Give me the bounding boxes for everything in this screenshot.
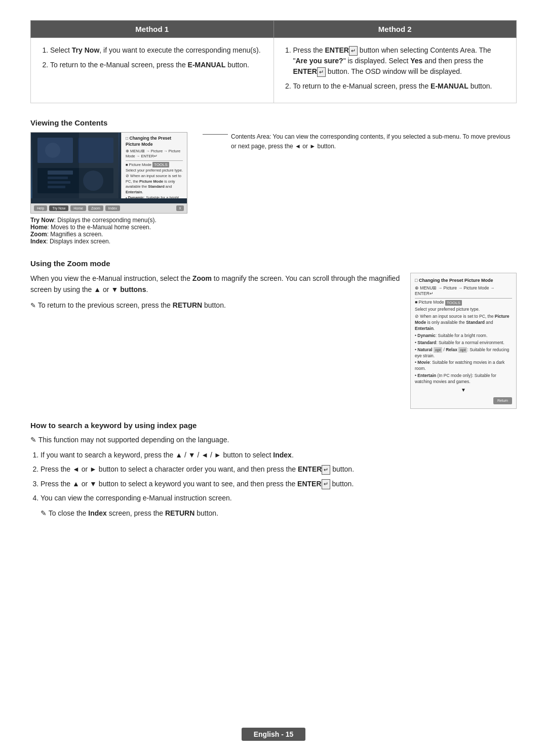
note-icon: ✎ <box>30 436 36 444</box>
zm-arrow-down: ▼ <box>415 387 512 394</box>
index-steps-list: If you want to search a keyword, press t… <box>30 449 517 504</box>
viewing-contents-body: □ Changing the Preset Picture Mode ⊕ MEN… <box>30 132 517 245</box>
contents-note-text: Contents Area: You can view the correspo… <box>231 132 517 151</box>
panel-subtitle: ■ Picture Mode TOOLS <box>126 162 183 167</box>
index-step4: You can view the corresponding e-Manual … <box>41 492 517 503</box>
connector-line <box>203 134 228 135</box>
close-button[interactable]: X <box>176 205 184 211</box>
zoom-description: When you view the e-Manual instruction, … <box>30 273 400 409</box>
footer: English - 15 <box>0 728 547 741</box>
zm-title: □ Changing the Preset Picture Mode <box>415 277 512 284</box>
screen-inner: □ Changing the Preset Picture Mode ⊕ MEN… <box>31 133 187 213</box>
svg-rect-9 <box>48 186 65 188</box>
index-step3: Press the ▲ or ▼ button to select a keyw… <box>41 478 517 489</box>
zoom-title: Using the Zoom mode <box>30 259 517 268</box>
svg-rect-2 <box>78 138 113 163</box>
screen-panel: □ Changing the Preset Picture Mode ⊕ MEN… <box>121 133 187 198</box>
method2-header: Method 2 <box>274 21 517 38</box>
connector-wrapper: Contents Area: You can view the correspo… <box>203 132 517 151</box>
screen-content-area: □ Changing the Preset Picture Mode ⊕ MEN… <box>31 133 187 203</box>
zm-tools-tag: TOOLS <box>445 300 462 306</box>
index-sub-note: ✎ To close the Index screen, press the R… <box>30 508 517 519</box>
help-button[interactable]: Help <box>34 205 47 211</box>
zm-return-button[interactable]: Return <box>493 397 512 404</box>
zm-line1: Select your preferred picture type. <box>415 307 512 313</box>
zoom-caption: Zoom: Magnifies a screen. <box>30 231 187 238</box>
zm-line2: ⊘ When an input source is set to PC, the… <box>415 314 512 332</box>
svg-point-4 <box>45 143 60 158</box>
zm-line4: • Standard: Suitable for a normal enviro… <box>415 340 512 346</box>
method2-step2: To return to the e-Manual screen, press … <box>293 81 506 92</box>
panel-divider <box>126 160 183 161</box>
zoom-mockup: □ Changing the Preset Picture Mode ⊕ MEN… <box>410 273 517 409</box>
zoom-para1: When you view the e-Manual instruction, … <box>30 273 400 296</box>
panel-title: □ Changing the Preset Picture Mode <box>126 136 183 148</box>
method1-content: Select Try Now, if you want to execute t… <box>31 38 274 103</box>
panel-menu: ⊕ MENU⊞ → Picture → Picture Mode → ENTER… <box>126 149 183 159</box>
zm-line7: • Entertain (In PC mode only): Suitable … <box>415 373 512 385</box>
index-button[interactable]: Index <box>105 205 120 211</box>
index-section: How to search a keyword by using index p… <box>30 421 517 519</box>
screen-display: □ Changing the Preset Picture Mode ⊕ MEN… <box>30 132 187 214</box>
zm-menu: ⊕ MENU⊞ → Picture → Picture Mode → ENTER… <box>415 285 512 298</box>
zm-line6: • Movie: Suitable for watching movies in… <box>415 360 512 372</box>
index-note: ✎ This function may not supported depend… <box>30 435 517 445</box>
panel-line2: ⊘ When an input source is set to PC, the… <box>126 174 183 195</box>
panel-line3: • Dynamic: Suitable for a bright room. <box>126 195 183 198</box>
zoom-section: Using the Zoom mode When you view the e-… <box>30 259 517 409</box>
index-section-title: How to search a keyword by using index p… <box>30 421 517 430</box>
zm-line3: • Dynamic: Suitable for a bright room. <box>415 333 512 339</box>
index-step2: Press the ◄ or ► button to select a char… <box>41 464 517 475</box>
screen-image <box>31 133 120 198</box>
screen-captions: Try Now: Displays the corresponding menu… <box>30 217 187 245</box>
svg-rect-7 <box>48 177 68 179</box>
sub-note-icon: ✎ <box>41 509 47 517</box>
screen-buttons-row: Help Try Now Home Zoom Index X <box>31 203 187 213</box>
svg-rect-6 <box>48 171 73 175</box>
zoom-button[interactable]: Zoom <box>88 205 103 211</box>
svg-point-5 <box>83 171 103 191</box>
zoom-note: ✎ To return to the previous screen, pres… <box>30 300 400 311</box>
footer-badge: English - 15 <box>242 728 306 741</box>
home-caption: Home: Moves to the e-Manual home screen. <box>30 224 187 231</box>
viewing-contents-title: Viewing the Contents <box>30 118 517 127</box>
tools-tag: TOOLS <box>152 162 169 167</box>
try-now-button[interactable]: Try Now <box>49 205 68 211</box>
method1-step1: Select Try Now, if you want to execute t… <box>50 45 263 56</box>
method-table: Method 1 Method 2 Select Try Now, if you… <box>30 20 517 103</box>
svg-rect-8 <box>48 181 70 184</box>
method1-step2: To return to the e-Manual screen, press … <box>50 60 263 70</box>
zoom-body: When you view the e-Manual instruction, … <box>30 273 517 409</box>
index-caption: Index: Displays index screen. <box>30 238 187 245</box>
zm-divider <box>415 298 512 299</box>
try-now-caption: Try Now: Displays the corresponding menu… <box>30 217 187 224</box>
note-pencil-icon: ✎ <box>30 302 36 309</box>
zm-subtitle: ■ Picture Mode TOOLS <box>415 300 512 306</box>
viewing-contents-section: Viewing the Contents <box>30 118 517 245</box>
screen-mockup: □ Changing the Preset Picture Mode ⊕ MEN… <box>30 132 187 245</box>
method1-header: Method 1 <box>31 21 274 38</box>
panel-line1: Select your preferred picture type. <box>126 168 183 174</box>
index-step1: If you want to search a keyword, press t… <box>41 449 517 460</box>
method2-step1: Press the ENTER↵ button when selecting C… <box>293 45 506 77</box>
contents-area-note: Contents Area: You can view the correspo… <box>187 132 517 155</box>
home-button[interactable]: Home <box>70 205 86 211</box>
zm-line5: • Natural opt / Relax opt: Suitable for … <box>415 347 512 359</box>
method2-content: Press the ENTER↵ button when selecting C… <box>274 38 517 103</box>
